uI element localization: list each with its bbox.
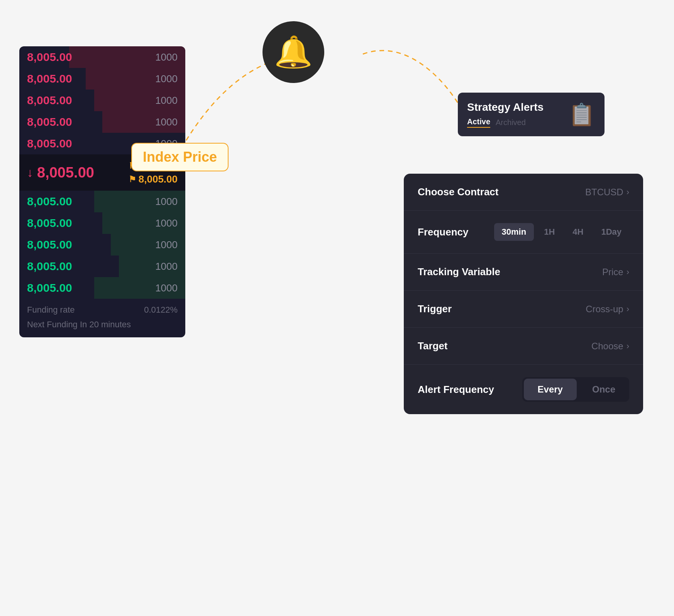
strategy-card-content: Strategy Alerts Active Archived [467, 101, 544, 128]
buy-row-3: 8,005.00 1000 [19, 234, 185, 256]
tracking-value: Price › [602, 267, 629, 278]
index-price-tooltip: Index Price [131, 143, 229, 171]
next-funding: Next Funding In 20 minutes [19, 318, 185, 337]
trigger-label: Trigger [418, 303, 452, 315]
order-book-panel: 8,005.00 1000 8,005.00 1000 8,005.00 100… [19, 46, 185, 337]
contract-label: Choose Contract [418, 186, 498, 198]
sell-row-2: 8,005.00 1000 [19, 68, 185, 90]
strategy-tabs: Active Archived [467, 117, 544, 128]
freq-30min[interactable]: 30min [494, 223, 534, 241]
tracking-label: Tracking Variable [418, 266, 500, 278]
bell-icon: 🔔 [274, 37, 313, 68]
trigger-chevron: › [627, 304, 629, 314]
alert-freq-label: Alert Frequency [418, 384, 494, 396]
flag-icon-2: ⚑ [129, 174, 136, 184]
funding-rate-value: 0.0122% [144, 305, 178, 315]
arrow-down-icon: ↓ [27, 166, 33, 180]
target-row[interactable]: Target Choose › [404, 328, 643, 365]
freq-4h[interactable]: 4H [565, 223, 591, 241]
buy-row-4: 8,005.00 1000 [19, 256, 185, 277]
target-chevron: › [627, 341, 629, 351]
sell-row-4: 8,005.00 1000 [19, 111, 185, 133]
buy-row-5: 8,005.00 1000 [19, 277, 185, 299]
strategy-title: Strategy Alerts [467, 101, 544, 113]
alert-freq-buttons: Every Once [522, 377, 629, 402]
buy-row-1: 8,005.00 1000 [19, 191, 185, 212]
flag-price-2: ⚑ 8,005.00 [129, 173, 178, 185]
strategy-alerts-card: Strategy Alerts Active Archived 📋 [458, 93, 605, 136]
scene: 🔔 8,005.00 1000 8,005.00 1000 8,005.00 1… [0, 0, 674, 616]
alert-freq-row: Alert Frequency Every Once [404, 365, 643, 414]
contract-value: BTCUSD › [585, 187, 629, 198]
index-price-label: Index Price [143, 149, 217, 165]
tracking-chevron: › [627, 267, 629, 277]
strategy-icon: 📋 [568, 102, 595, 127]
sell-row-3: 8,005.00 1000 [19, 90, 185, 111]
freq-1h[interactable]: 1H [536, 223, 562, 241]
mid-price: ↓ 8,005.00 [27, 164, 94, 181]
target-label: Target [418, 340, 448, 352]
tab-active[interactable]: Active [467, 117, 490, 128]
contract-row[interactable]: Choose Contract BTCUSD › [404, 174, 643, 211]
trigger-value: Cross-up › [586, 304, 629, 315]
bell-circle: 🔔 [262, 21, 324, 83]
tab-inactive[interactable]: Archived [496, 118, 526, 127]
funding-rate-row: Funding rate 0.0122% [19, 299, 185, 318]
settings-panel: Choose Contract BTCUSD › Frequency 30min… [404, 174, 643, 414]
target-value: Choose › [591, 341, 629, 352]
contract-chevron: › [627, 187, 629, 197]
freq-1day[interactable]: 1Day [593, 223, 629, 241]
alert-once-button[interactable]: Once [578, 377, 629, 402]
funding-rate-label: Funding rate [27, 305, 75, 315]
sell-row-1: 8,005.00 1000 [19, 46, 185, 68]
trigger-row[interactable]: Trigger Cross-up › [404, 291, 643, 328]
frequency-label: Frequency [418, 226, 469, 238]
frequency-row: Frequency 30min 1H 4H 1Day [404, 211, 643, 254]
buy-row-2: 8,005.00 1000 [19, 212, 185, 234]
alert-every-button[interactable]: Every [524, 379, 577, 400]
frequency-buttons: 30min 1H 4H 1Day [494, 223, 629, 241]
tracking-row[interactable]: Tracking Variable Price › [404, 254, 643, 291]
